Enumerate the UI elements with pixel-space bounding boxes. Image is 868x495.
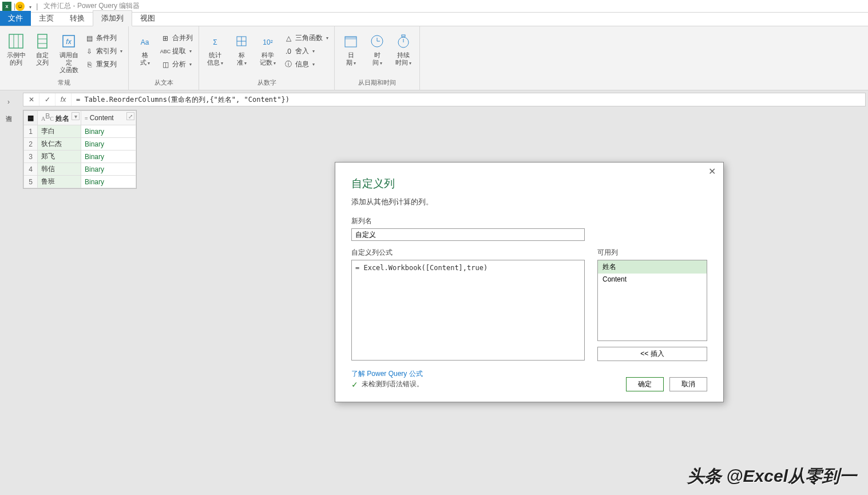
table-corner[interactable]: ▦ [24, 111, 38, 125]
svg-rect-3 [38, 34, 47, 48]
ribbon: 示例中 的列 自定 义列 fx调用自定 义函数 ▤条件列 ⇩索引列 ⎘重复列 常… [0, 26, 868, 90]
ok-button[interactable]: 确定 [626, 377, 664, 391]
row-header[interactable]: 4 [24, 163, 38, 176]
svg-rect-20 [402, 35, 405, 37]
column-header-name[interactable]: ABC姓名▾ [38, 111, 81, 125]
index-column-button[interactable]: ⇩索引列 [82, 45, 125, 57]
statistics-button[interactable]: Σ统计 信息 [203, 30, 228, 69]
row-header[interactable]: 2 [24, 138, 38, 151]
table-row[interactable]: 1李白Binary [24, 125, 136, 138]
available-columns-label: 可用列 [597, 248, 707, 258]
cell-content[interactable]: Binary [81, 176, 136, 188]
new-column-name-input[interactable] [351, 228, 585, 241]
queries-pane-toggle[interactable]: › 查询 [0, 93, 17, 116]
check-icon: ✓ [351, 380, 358, 389]
formula-label: 自定义列公式 [351, 248, 589, 258]
tab-file[interactable]: 文件 [0, 11, 31, 26]
standard-button[interactable]: 标 准 [229, 30, 254, 69]
list-item[interactable]: Content [598, 274, 707, 285]
cell-content[interactable]: Binary [81, 125, 136, 138]
custom-formula-input[interactable] [351, 260, 585, 361]
data-grid: ▦ ABC姓名▾ ≡Content⤢ 1李白Binary2狄仁杰Binary3郑… [23, 110, 137, 189]
tab-transform[interactable]: 转换 [62, 11, 93, 26]
cell-name[interactable]: 郑飞 [38, 151, 81, 163]
cell-name[interactable]: 鲁班 [38, 176, 81, 188]
svg-rect-15 [345, 37, 356, 39]
date-button[interactable]: 日 期 [338, 30, 363, 69]
column-from-examples-button[interactable]: 示例中 的列 [3, 30, 29, 69]
ribbon-group-number: Σ统计 信息 标 准 10²科学 记数 △三角函数 .0舍入 ⓘ信息 从数字 [199, 26, 335, 90]
window-title: 文件汇总 - Power Query 编辑器 [43, 1, 140, 11]
row-header[interactable]: 5 [24, 176, 38, 188]
insert-button[interactable]: << 插入 [597, 347, 707, 361]
available-columns-list[interactable]: 姓名 Content [597, 260, 707, 341]
extract-button[interactable]: ABC提取 [158, 45, 195, 57]
cell-name[interactable]: 狄仁杰 [38, 138, 81, 151]
cell-name[interactable]: 李白 [38, 125, 81, 138]
chevron-right-icon: › [7, 98, 10, 106]
excel-icon: x [2, 2, 11, 11]
svg-text:Σ: Σ [213, 38, 217, 46]
formula-commit[interactable]: ✓ [39, 93, 56, 106]
custom-column-dialog: ✕ 自定义列 添加从其他列计算的列。 新列名 自定义列公式 了解 Power Q… [335, 162, 724, 402]
ribbon-tabs: 文件 主页 转换 添加列 视图 [0, 13, 868, 26]
row-header[interactable]: 1 [24, 125, 38, 138]
ribbon-group-text: Aa格 式 ⊞合并列 ABC提取 ◫分析 从文本 [129, 26, 199, 90]
row-header[interactable]: 3 [24, 151, 38, 163]
column-expand-icon[interactable]: ⤢ [126, 112, 134, 120]
trig-button[interactable]: △三角函数 [282, 32, 331, 44]
watermark: 头条 @Excel从零到一 [687, 465, 857, 488]
cancel-button[interactable]: 取消 [669, 377, 707, 391]
merge-columns-button[interactable]: ⊞合并列 [158, 32, 195, 44]
list-item[interactable]: 姓名 [598, 260, 707, 274]
conditional-column-button[interactable]: ▤条件列 [82, 32, 125, 44]
cell-content[interactable]: Binary [81, 151, 136, 163]
invoke-custom-function-button[interactable]: fx调用自定 义函数 [56, 30, 81, 76]
cell-name[interactable]: 韩信 [38, 163, 81, 176]
tab-view[interactable]: 视图 [132, 11, 163, 26]
qat-sep: | [36, 2, 38, 10]
dialog-description: 添加从其他列计算的列。 [351, 197, 707, 207]
table-row[interactable]: 3郑飞Binary [24, 151, 136, 163]
formula-cancel[interactable]: ✕ [23, 93, 39, 106]
svg-text:fx: fx [66, 38, 72, 46]
time-button[interactable]: 时 间 [364, 30, 390, 69]
format-button[interactable]: Aa格 式 [132, 30, 157, 69]
table-row[interactable]: 4韩信Binary [24, 163, 136, 176]
custom-column-button[interactable]: 自定 义列 [30, 30, 55, 69]
scientific-button[interactable]: 10²科学 记数 [255, 30, 280, 69]
formula-input[interactable] [72, 96, 865, 104]
info-button[interactable]: ⓘ信息 [282, 58, 331, 70]
close-button[interactable]: ✕ [705, 164, 719, 178]
duration-button[interactable]: 持续 时间 [391, 30, 416, 69]
syntax-status: ✓未检测到语法错误。 [351, 379, 423, 389]
formula-bar: ✕ ✓ fx [23, 93, 866, 106]
column-dropdown-icon[interactable]: ▾ [72, 112, 80, 120]
smiley-icon[interactable]: ☺ [15, 2, 25, 11]
qat-dropdown[interactable] [28, 2, 31, 10]
new-column-name-label: 新列名 [351, 216, 707, 226]
cell-content[interactable]: Binary [81, 138, 136, 151]
parse-button[interactable]: ◫分析 [158, 58, 195, 70]
cell-content[interactable]: Binary [81, 163, 136, 176]
ribbon-group-general: 示例中 的列 自定 义列 fx调用自定 义函数 ▤条件列 ⇩索引列 ⎘重复列 常… [0, 26, 129, 90]
table-row[interactable]: 2狄仁杰Binary [24, 138, 136, 151]
duplicate-column-button[interactable]: ⎘重复列 [82, 58, 125, 70]
table-row[interactable]: 5鲁班Binary [24, 176, 136, 188]
ribbon-group-datetime: 日 期 时 间 持续 时间 从日期和时间 [335, 26, 420, 90]
svg-text:10²: 10² [263, 38, 272, 46]
svg-rect-0 [9, 34, 23, 48]
rounding-button[interactable]: .0舍入 [282, 45, 331, 57]
tab-home[interactable]: 主页 [31, 11, 62, 26]
column-header-content[interactable]: ≡Content⤢ [81, 111, 136, 125]
formula-fx[interactable]: fx [56, 93, 72, 106]
svg-text:Aa: Aa [141, 38, 149, 46]
dialog-title: 自定义列 [351, 176, 707, 191]
tab-add-column[interactable]: 添加列 [93, 10, 132, 26]
